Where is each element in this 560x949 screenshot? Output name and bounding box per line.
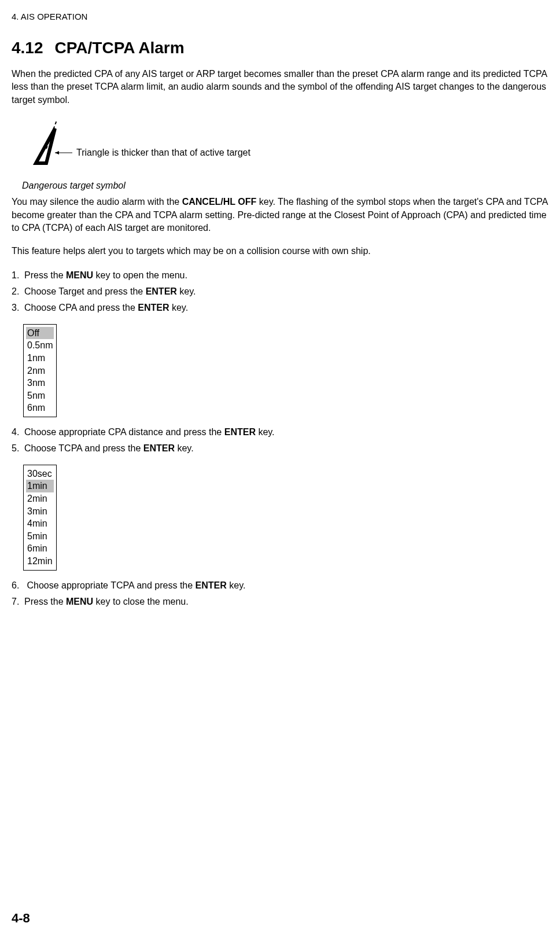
section-number: 4.12 [12,39,43,57]
step-text-prefix: Choose TCPA and press the [24,443,143,453]
cancel-hl-off-key: CANCEL/HL OFF [182,197,257,207]
tcpa-option: 1min [26,480,54,492]
enter-key: ENTER [138,303,169,312]
menu-key: MENU [66,270,93,280]
step-text-suffix: key to open the menu. [93,270,187,280]
paragraph-feature: This feature helps alert you to targets … [12,245,548,258]
step-text-suffix: key to close the menu. [93,597,189,606]
cpa-option: 1nm [26,352,54,365]
tcpa-option: 5min [26,530,54,543]
cpa-option: 0.5nm [26,339,54,352]
step-number: 3. [12,301,24,315]
step-text-suffix: key. [175,443,194,453]
step-text-prefix: Press the [24,597,66,606]
step-7: 7.Press the MENU key to close the menu. [12,595,548,609]
tcpa-options-box: 30sec1min2min3min4min5min6min12min [23,465,57,571]
cpa-option: 2nm [26,365,54,377]
paragraph-intro: When the predicted CPA of any AIS target… [12,68,548,106]
step-number: 2. [12,285,24,299]
paragraph-silence: You may silence the audio alarm with the… [12,196,548,234]
steps-list: 1.Press the MENU key to open the menu. 2… [12,268,548,315]
step-3: 3.Choose CPA and press the ENTER key. [12,301,548,315]
tcpa-option: 30sec [26,468,54,480]
step-text-suffix: key. [177,286,196,296]
cpa-options-box: Off0.5nm1nm2nm3nm5nm6nm [23,324,57,417]
symbol-annotation: Triangle is thicker than that of active … [76,147,250,159]
step-1: 1.Press the MENU key to open the menu. [12,268,548,282]
step-5: 5.Choose TCPA and press the ENTER key. [12,442,548,455]
step-text-suffix: key. [227,580,246,590]
enter-key: ENTER [224,427,256,437]
tcpa-option: 3min [26,505,54,518]
step-number: 1. [12,268,24,282]
menu-key: MENU [66,597,93,606]
step-text-prefix: Choose appropriate TCPA and press the [24,580,196,590]
step-text-suffix: key. [256,427,275,437]
step-text-prefix: Press the [24,270,66,280]
step-6: 6. Choose appropriate TCPA and press the… [12,579,548,593]
step-2: 2.Choose Target and press the ENTER key. [12,285,548,299]
steps-list-3: 6. Choose appropriate TCPA and press the… [12,579,548,609]
symbol-caption: Dangerous target symbol [22,181,548,191]
step-number: 4. [12,425,24,439]
dangerous-target-icon [23,117,75,169]
section-title: 4.12CPA/TCPA Alarm [12,39,548,57]
enter-key: ENTER [146,286,177,296]
cpa-option: 5nm [26,389,54,402]
step-text-suffix: key. [170,303,189,312]
svg-marker-1 [36,128,55,163]
section-heading: CPA/TCPA Alarm [55,39,185,57]
tcpa-option: 4min [26,517,54,530]
step-text-prefix: Choose appropriate CPA distance and pres… [24,427,224,437]
cpa-option: Off [26,327,54,340]
step-number: 5. [12,442,24,455]
page-number: 4-8 [12,911,30,926]
tcpa-option: 2min [26,492,54,505]
steps-list-2: 4.Choose appropriate CPA distance and pr… [12,425,548,455]
dangerous-target-symbol-figure: Triangle is thicker than that of active … [23,117,548,175]
tcpa-option: 12min [26,555,54,568]
step-4: 4.Choose appropriate CPA distance and pr… [12,425,548,439]
step-number: 6. [12,579,24,593]
cpa-option: 6nm [26,402,54,414]
svg-marker-3 [55,151,59,155]
step-text-prefix: Choose CPA and press the [24,303,138,312]
cpa-option: 3nm [26,377,54,389]
enter-key: ENTER [196,580,227,590]
tcpa-option: 6min [26,542,54,555]
enter-key: ENTER [143,443,175,453]
page-header: 4. AIS OPERATION [12,12,548,21]
step-number: 7. [12,595,24,609]
step-text-prefix: Choose Target and press the [24,286,146,296]
para2-prefix: You may silence the audio alarm with the [12,197,182,207]
